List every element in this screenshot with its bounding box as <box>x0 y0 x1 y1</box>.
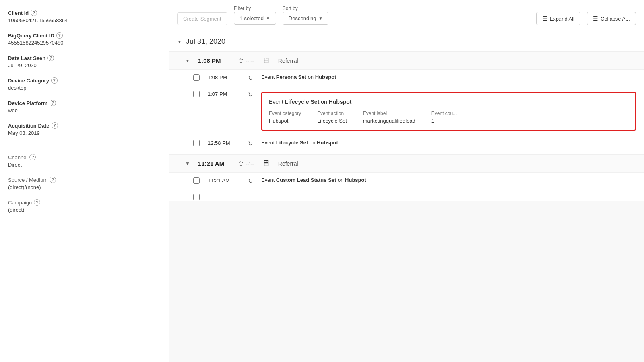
event-action-field: Event action Lifecycle Set <box>317 111 347 124</box>
event-label-label: Event label <box>363 111 415 116</box>
main-content: Create Segment Filter by 1 selected ▼ So… <box>169 0 644 362</box>
event-category-value: Hubspot <box>269 118 301 124</box>
event-checkbox-1[interactable] <box>193 74 200 81</box>
event-type-icon-2: ↻ <box>248 91 253 98</box>
event-label-value: marketingqualifiedlead <box>363 118 415 124</box>
monitor-icon-1: 🖥 <box>262 56 270 65</box>
event-time-3: 12:58 PM <box>208 140 240 146</box>
date-label-1: Jul 31, 2020 <box>186 37 225 46</box>
session-time-1: 1:08 PM <box>198 57 230 64</box>
campaign-value: (direct) <box>8 207 161 213</box>
event-checkbox-2[interactable] <box>193 91 200 97</box>
filter-selected-button[interactable]: 1 selected ▼ <box>234 12 276 25</box>
descending-label: Descending <box>289 15 316 21</box>
event-time-1: 1:08 PM <box>208 74 240 80</box>
selected-label: 1 selected <box>240 15 264 21</box>
acquisition-label: Acquisition Date ? <box>8 122 161 129</box>
clock-icon-2: ⏱ <box>238 160 244 167</box>
event-row-custom-lead: 11:21 AM ↻ Event Custom Lead Status Set … <box>169 172 644 189</box>
campaign-field: Campaign ? (direct) <box>8 199 161 213</box>
event-count-value: 1 <box>431 118 457 124</box>
lifecycle-set-detail-box: Event Lifecycle Set on Hubspot Event cat… <box>261 92 636 131</box>
date-chevron-icon[interactable]: ▼ <box>177 39 182 45</box>
event-type-icon-1: ↻ <box>248 74 253 82</box>
bigquery-field: BigQuery Client ID ? 4555158224529570480 <box>8 32 161 46</box>
event-checkbox-3[interactable] <box>193 140 200 146</box>
create-segment-label: Create Segment <box>183 16 221 22</box>
date-header-1: ▼ Jul 31, 2020 <box>169 30 644 51</box>
date-group-1: ▼ Jul 31, 2020 ▼ 1:08 PM ⏱ --:-- 🖥 Refer… <box>169 30 644 201</box>
date-last-seen-field: Date Last Seen ? Jul 29, 2020 <box>8 55 161 68</box>
device-category-value: desktop <box>8 85 161 91</box>
collapse-label: Collapse A... <box>601 16 630 22</box>
sort-dropdown-arrow: ▼ <box>319 16 323 21</box>
filter-by-label: Filter by <box>234 6 251 11</box>
event-action-label: Event action <box>317 111 347 116</box>
event-label-field: Event label marketingqualifiedlead <box>363 111 415 124</box>
device-platform-label: Device Platform ? <box>8 100 161 106</box>
event-row-persona-set: 1:08 PM ↻ Event Persona Set on Hubspot <box>169 69 644 86</box>
clock-icon-1: ⏱ <box>238 58 244 64</box>
session-time-2: 11:21 AM <box>198 160 230 167</box>
source-medium-field: Source / Medium ? (direct)/(none) <box>8 177 161 190</box>
event-category-label: Event category <box>269 111 301 116</box>
sort-descending-button[interactable]: Descending ▼ <box>283 12 329 25</box>
session-channel-2: Referral <box>278 160 298 167</box>
session-1: ▼ 1:08 PM ⏱ --:-- 🖥 Referral 1:08 PM ↻ <box>169 51 644 151</box>
toolbar: Create Segment Filter by 1 selected ▼ So… <box>169 0 644 30</box>
event-time-4: 11:21 AM <box>208 177 240 183</box>
create-segment-button[interactable]: Create Segment <box>177 12 227 25</box>
event-content-2: Event Lifecycle Set on Hubspot Event cat… <box>261 90 636 131</box>
duration-value-2: --:-- <box>246 160 254 167</box>
event-content-4: Event Custom Lead Status Set on Hubspot <box>261 177 636 184</box>
expand-all-icon: ☰ <box>542 15 547 22</box>
filter-dropdown-arrow: ▼ <box>266 16 270 21</box>
event-title-3: Event Lifecycle Set on Hubspot <box>261 139 636 146</box>
channel-value: Direct <box>8 162 161 168</box>
event-type-icon-4: ↻ <box>248 177 253 185</box>
event-category-field: Event category Hubspot <box>269 111 301 124</box>
channel-field: Channel ? Direct <box>8 154 161 168</box>
client-id-field: Client Id ? 1060580421.1556658864 <box>8 10 161 23</box>
device-platform-value: web <box>8 107 161 113</box>
event-time-2: 1:07 PM <box>208 91 240 97</box>
events-content: ▼ Jul 31, 2020 ▼ 1:08 PM ⏱ --:-- 🖥 Refer… <box>169 30 644 201</box>
event-checkbox-4[interactable] <box>193 177 200 184</box>
event-checkbox-5[interactable] <box>193 194 200 200</box>
channel-help-icon[interactable]: ? <box>29 154 36 160</box>
bigquery-help-icon[interactable]: ? <box>56 32 63 39</box>
sort-by-label: Sort by <box>283 6 298 11</box>
event-content-3: Event Lifecycle Set on Hubspot <box>261 139 636 146</box>
event-count-label: Event cou... <box>431 111 457 116</box>
acquisition-help-icon[interactable]: ? <box>52 122 58 129</box>
device-category-help-icon[interactable]: ? <box>51 77 58 84</box>
event-row-partial <box>169 189 644 201</box>
event-count-field: Event cou... 1 <box>431 111 457 124</box>
device-category-label: Device Category ? <box>8 77 161 84</box>
date-last-seen-value: Jul 29, 2020 <box>8 62 161 68</box>
source-medium-label: Source / Medium ? <box>8 177 161 183</box>
session-2: ▼ 11:21 AM ⏱ --:-- 🖥 Referral 11:21 AM ↻ <box>169 154 644 201</box>
session-header-2: ▼ 11:21 AM ⏱ --:-- 🖥 Referral <box>169 154 644 172</box>
acquisition-field: Acquisition Date ? May 03, 2019 <box>8 122 161 136</box>
device-platform-help-icon[interactable]: ? <box>50 100 56 106</box>
campaign-help-icon[interactable]: ? <box>34 199 40 206</box>
collapse-icon: ☰ <box>593 15 598 22</box>
session-chevron-icon-2[interactable]: ▼ <box>185 161 190 167</box>
campaign-label: Campaign ? <box>8 199 161 206</box>
session-chevron-icon-1[interactable]: ▼ <box>185 58 190 64</box>
session-duration-2: ⏱ --:-- <box>238 160 254 167</box>
collapse-button[interactable]: ☰ Collapse A... <box>587 12 636 25</box>
session-duration-1: ⏱ --:-- <box>238 58 254 64</box>
expand-all-button[interactable]: ☰ Expand All <box>536 12 580 25</box>
event-content-1: Event Persona Set on Hubspot <box>261 74 636 81</box>
bigquery-value: 4555158224529570480 <box>8 40 161 46</box>
date-help-icon[interactable]: ? <box>47 55 54 61</box>
event-row-lifecycle-set-2: 12:58 PM ↻ Event Lifecycle Set on Hubspo… <box>169 135 644 151</box>
client-id-label: Client Id ? <box>8 10 161 16</box>
client-id-help-icon[interactable]: ? <box>31 10 37 16</box>
sidebar: Client Id ? 1060580421.1556658864 BigQue… <box>0 0 169 362</box>
source-medium-help-icon[interactable]: ? <box>50 177 56 183</box>
expand-all-label: Expand All <box>550 16 574 22</box>
bigquery-label: BigQuery Client ID ? <box>8 32 161 39</box>
